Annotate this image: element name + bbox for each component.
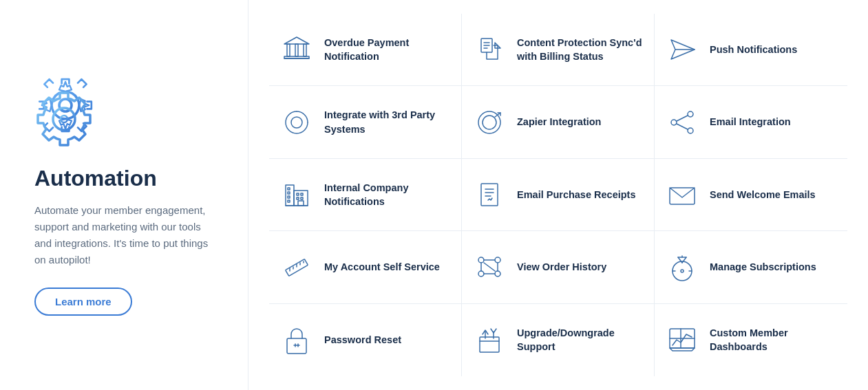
svg-rect-6 (304, 44, 306, 56)
svg-line-23 (677, 124, 688, 129)
feature-label: Content Protection Sync'd with Billing S… (517, 36, 643, 64)
gear-icon-clean (34, 87, 220, 152)
feature-label: Upgrade/Downgrade Support (517, 326, 643, 354)
svg-point-2 (61, 116, 67, 122)
feature-manage-subscriptions[interactable]: Manage Subscriptions (655, 231, 847, 303)
sync-icon (473, 33, 506, 66)
svg-rect-31 (297, 193, 299, 195)
svg-rect-41 (286, 259, 308, 277)
compass-icon (666, 250, 699, 283)
feature-custom-member-dashboards[interactable]: Custom Member Dashboards (655, 304, 847, 376)
chart-donut-icon (280, 106, 313, 139)
feature-content-protection[interactable]: Content Protection Sync'd with Billing S… (462, 14, 655, 86)
building-icon (280, 178, 313, 211)
feature-label: Custom Member Dashboards (710, 326, 836, 354)
feature-label: Manage Subscriptions (710, 260, 816, 274)
svg-point-49 (478, 271, 484, 277)
feature-label: View Order History (517, 260, 606, 274)
feature-email-integration[interactable]: Email Integration (655, 86, 847, 158)
target-icon (473, 106, 506, 139)
feature-label: Email Integration (710, 115, 791, 129)
svg-point-15 (291, 117, 302, 128)
feature-internal-company-notifications[interactable]: Internal Company Notifications (269, 159, 462, 231)
svg-rect-32 (301, 193, 303, 195)
svg-point-48 (495, 257, 500, 263)
features-grid: Overdue Payment Notification Content Pro… (248, 0, 868, 390)
panel-title: Automation (34, 166, 220, 191)
feature-label: Zapier Integration (517, 115, 601, 129)
send-icon (666, 33, 699, 66)
svg-rect-4 (287, 44, 290, 56)
feature-view-order-history[interactable]: View Order History (462, 231, 655, 303)
svg-point-21 (671, 120, 677, 125)
svg-line-22 (677, 116, 688, 121)
feature-send-welcome-emails[interactable]: Send Welcome Emails (655, 159, 847, 231)
receipt-icon (473, 178, 506, 211)
svg-rect-29 (288, 196, 290, 198)
feature-integrate-3rd-party[interactable]: Integrate with 3rd Party Systems (269, 86, 462, 158)
feature-push-notifications[interactable]: Push Notifications (655, 14, 847, 86)
svg-rect-64 (287, 338, 306, 354)
panel-description: Automate your member engagement, support… (34, 202, 220, 268)
svg-rect-33 (297, 197, 299, 199)
svg-line-55 (484, 263, 495, 271)
svg-point-17 (483, 116, 496, 129)
svg-rect-35 (298, 201, 304, 206)
nodes-icon (473, 250, 506, 283)
svg-rect-36 (481, 184, 498, 206)
feature-label: Email Purchase Receipts (517, 188, 635, 202)
feature-password-reset[interactable]: Password Reset (269, 304, 462, 376)
share-icon (666, 106, 699, 139)
feature-overdue-payment[interactable]: Overdue Payment Notification (269, 14, 462, 86)
svg-rect-34 (301, 197, 303, 199)
envelope-icon (666, 178, 699, 211)
feature-label: Overdue Payment Notification (324, 36, 450, 64)
svg-point-50 (495, 271, 500, 277)
svg-marker-3 (284, 37, 309, 44)
svg-point-63 (681, 270, 684, 272)
svg-rect-27 (288, 188, 290, 190)
feature-label: My Account Self Service (324, 260, 440, 274)
svg-rect-28 (288, 192, 290, 194)
svg-rect-5 (295, 44, 298, 56)
feature-zapier-integration[interactable]: Zapier Integration (462, 86, 655, 158)
left-panel: Automation Automate your member engageme… (0, 0, 248, 390)
lock-icon (280, 323, 313, 356)
box-arrows-icon (473, 323, 506, 356)
svg-rect-68 (480, 337, 499, 352)
svg-point-19 (688, 111, 693, 117)
dashboard-icon (666, 323, 699, 356)
feature-my-account-self-service[interactable]: My Account Self Service (269, 231, 462, 303)
svg-point-20 (688, 128, 693, 133)
feature-label: Send Welcome Emails (710, 188, 816, 202)
feature-label: Push Notifications (710, 43, 797, 56)
learn-more-button[interactable]: Learn more (34, 288, 132, 316)
feature-email-purchase-receipts[interactable]: Email Purchase Receipts (462, 159, 655, 231)
svg-rect-30 (288, 200, 290, 202)
svg-point-47 (478, 257, 484, 263)
feature-label: Password Reset (324, 333, 401, 347)
bank-icon (280, 33, 313, 66)
svg-point-1 (53, 108, 75, 130)
feature-label: Internal Company Notifications (324, 181, 450, 209)
ruler-icon (280, 250, 313, 283)
feature-label: Integrate with 3rd Party Systems (324, 108, 450, 136)
feature-upgrade-downgrade-support[interactable]: Upgrade/Downgrade Support (462, 304, 655, 376)
